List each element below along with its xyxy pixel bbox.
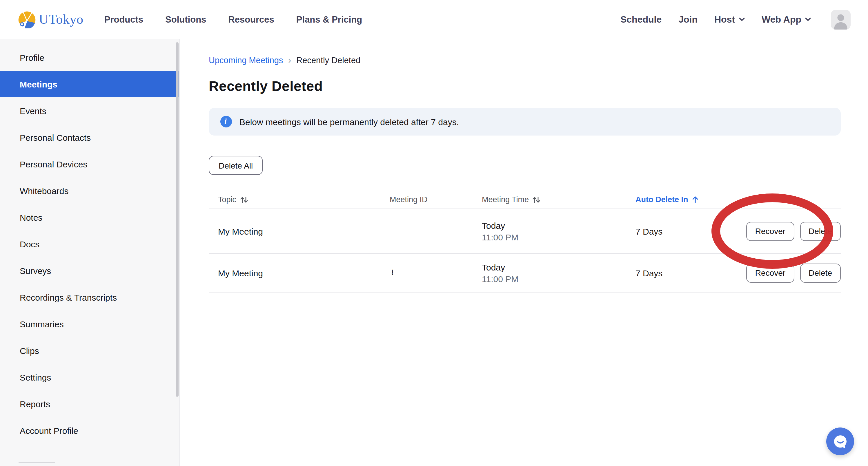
sidebar-item-label: Personal Devices [20,159,87,169]
breadcrumb: Upcoming Meetings › Recently Deleted [209,55,841,65]
chat-bubble-icon [832,434,848,449]
chevron-down-icon [805,18,811,22]
main-content: Upcoming Meetings › Recently Deleted Rec… [180,39,868,466]
info-banner: i Below meetings will be permanently del… [209,108,841,136]
nav-web-app-dropdown[interactable]: Web App [762,14,811,25]
table-header-row: Topic Meeting ID Meeting Time [209,191,841,209]
sidebar-item-profile[interactable]: Profile [0,44,179,71]
sidebar-item-personal-devices[interactable]: Personal Devices [0,151,179,177]
primary-nav: Products Solutions Resources Plans & Pri… [104,14,362,25]
sidebar-item-label: Clips [20,345,39,355]
column-header-label: Topic [218,195,236,204]
sidebar-item-label: Personal Contacts [20,132,91,142]
info-icon: i [220,116,232,127]
page-title: Recently Deleted [209,78,841,94]
column-header-label: Meeting Time [482,195,529,204]
column-header-label: Auto Delete In [636,195,688,204]
delete-all-button[interactable]: Delete All [209,156,263,175]
meeting-time-day: Today [482,262,636,272]
recover-button[interactable]: Recover [746,263,794,282]
meeting-time-clock: 11:00 PM [482,232,636,242]
sidebar-item-notes[interactable]: Notes [0,204,179,231]
sidebar-item-account-profile[interactable]: Account Profile [0,417,179,444]
sort-ascending-icon [692,196,699,203]
sidebar-item-label: Profile [20,53,44,62]
cell-meeting-time: Today 11:00 PM [482,262,636,284]
breadcrumb-upcoming-meetings-link[interactable]: Upcoming Meetings [209,55,283,65]
nav-products[interactable]: Products [104,14,143,25]
column-header-label: Meeting ID [390,195,428,204]
logo[interactable]: UTokyo [18,10,84,28]
column-header-meeting-time[interactable]: Meeting Time [482,195,636,204]
nav-host-label: Host [714,14,735,25]
user-avatar-icon [831,9,850,29]
logo-text: UTokyo [39,12,84,27]
nav-host-dropdown[interactable]: Host [714,14,745,25]
cell-meeting-id: 8 [390,267,482,278]
avatar[interactable] [831,9,850,29]
sidebar-item-label: Reports [20,399,50,409]
column-header-topic[interactable]: Topic [209,195,390,204]
sidebar-scrollbar-thumb[interactable] [176,42,179,397]
meeting-time-clock: 11:00 PM [482,274,636,284]
cell-auto-delete-in: 7 Days [636,268,731,278]
sidebar-item-whiteboards[interactable]: Whiteboards [0,177,179,204]
nav-schedule[interactable]: Schedule [620,14,661,25]
column-header-auto-delete-in[interactable]: Auto Delete In [636,195,731,204]
sidebar-item-label: Surveys [20,266,51,275]
sidebar-item-surveys[interactable]: Surveys [0,257,179,284]
chat-widget-button[interactable] [826,428,854,455]
table-row: My Meeting 8 Today 11:00 PM 7 Days Recov… [209,254,841,293]
sidebar-item-label: Recordings & Transcripts [20,292,117,302]
page: UTokyo Products Solutions Resources Plan… [0,0,868,466]
secondary-nav: Schedule Join Host Web App [620,9,850,29]
meeting-time-day: Today [482,221,636,230]
sidebar-section-divider [19,462,55,463]
nav-join-label: Join [678,14,698,25]
nav-solutions[interactable]: Solutions [165,14,206,25]
deleted-meetings-table: Topic Meeting ID Meeting Time [209,191,841,293]
nav-schedule-label: Schedule [620,14,661,25]
recover-button[interactable]: Recover [746,222,794,241]
nav-resources[interactable]: Resources [228,14,274,25]
sidebar-item-events[interactable]: Events [0,97,179,124]
table-row: My Meeting Today 11:00 PM 7 Days Recover… [209,209,841,254]
sidebar-item-meetings[interactable]: Meetings [0,71,179,97]
row-actions: Recover Delete [746,263,841,282]
sidebar-item-docs[interactable]: Docs [0,231,179,257]
breadcrumb-current: Recently Deleted [296,55,360,65]
delete-button[interactable]: Delete [800,222,841,241]
sidebar-item-clips[interactable]: Clips [0,337,179,364]
sidebar-item-label: Docs [20,239,39,249]
delete-button[interactable]: Delete [800,263,841,282]
nav-plans-pricing[interactable]: Plans & Pricing [296,14,362,25]
sidebar-item-label: Whiteboards [20,186,68,196]
sidebar-item-personal-contacts[interactable]: Personal Contacts [0,124,179,151]
sidebar-item-label: Account Profile [20,426,78,435]
info-banner-text: Below meetings will be permanently delet… [240,117,459,127]
nav-join[interactable]: Join [678,14,698,25]
nav-web-app-label: Web App [762,14,801,25]
cell-auto-delete-in: 7 Days [636,226,731,236]
cell-meeting-time: Today 11:00 PM [482,221,636,242]
sidebar-item-recordings-transcripts[interactable]: Recordings & Transcripts [0,284,179,310]
sidebar-item-label: Summaries [20,319,64,329]
top-nav: UTokyo Products Solutions Resources Plan… [0,0,868,39]
sidebar-item-summaries[interactable]: Summaries [0,310,179,337]
sidebar-item-settings[interactable]: Settings [0,364,179,390]
chevron-down-icon [738,18,745,22]
sidebar: Profile Meetings Events Personal Contact… [0,39,180,466]
cell-topic: My Meeting [209,268,390,278]
sort-both-icon [240,196,248,203]
meeting-id-partial: 8 [390,267,393,277]
cell-topic: My Meeting [209,226,390,236]
sidebar-item-label: Meetings [20,79,57,89]
sort-both-icon [532,196,540,203]
breadcrumb-separator-icon: › [288,55,291,65]
column-header-meeting-id: Meeting ID [390,195,482,204]
row-actions: Recover Delete [746,222,841,241]
sidebar-list: Profile Meetings Events Personal Contact… [0,39,179,444]
sidebar-item-reports[interactable]: Reports [0,390,179,417]
sidebar-item-label: Settings [20,372,51,382]
sidebar-item-label: Notes [20,212,42,222]
